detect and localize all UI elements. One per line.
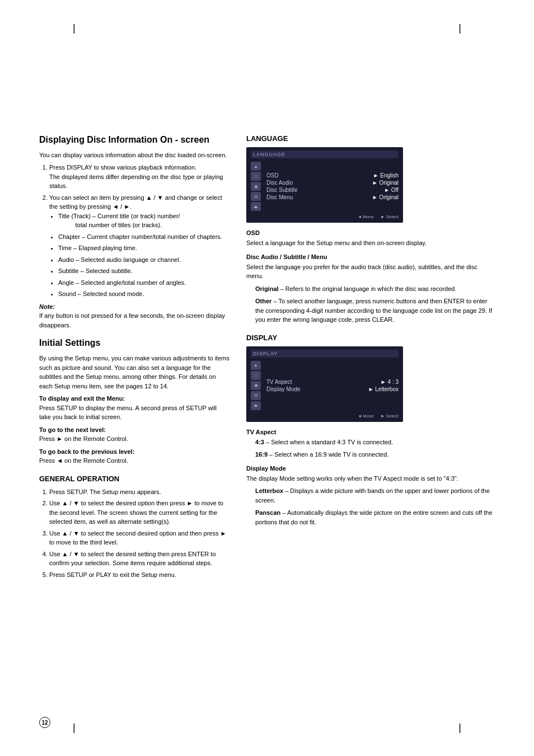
section1-intro: You can display various information abou… <box>39 151 229 160</box>
original-label: Original <box>255 285 279 292</box>
displaymode-block: Letterbox – Displays a wide picture with… <box>255 486 495 527</box>
disc-text: Select the language you prefer for the a… <box>246 262 495 281</box>
general-operation-steps: Press SETUP. The Setup menu appears. Use… <box>49 487 229 580</box>
osd-head: OSD <box>246 229 495 236</box>
section3-title: GENERAL OPERATION <box>39 475 229 483</box>
other-para: Other – To select another language, pres… <box>255 297 495 325</box>
bullet-4: Subtitle – Selected subtitle. <box>58 266 229 276</box>
bullet-6: Sound – Selected sound mode. <box>58 289 229 299</box>
bullet-1: Chapter – Current chapter number/total n… <box>58 232 229 242</box>
tv169-label: 16:9 <box>255 451 268 458</box>
display-menu-footer: ● Move ► Select <box>251 414 399 419</box>
tvaspect-block: 4:3 – Select when a standard 4:3 TV is c… <box>255 438 495 459</box>
display-menu-box: DISPLAY ▲ □ ◉ ⊟ ⏏ TV Aspect <box>246 346 403 422</box>
original-text: – Refers to the original language in whi… <box>280 285 457 292</box>
bullet-list: Title (Track) – Current title (or track)… <box>58 212 229 299</box>
step1-text: Press DISPLAY to show various playback i… <box>49 164 196 171</box>
displaymode-head: Display Mode <box>246 465 495 472</box>
tv169-para: 16:9 – Select when a 16:9 wide TV is con… <box>255 450 495 459</box>
lang-item-disc-menu: Disc Menu ► Original <box>266 194 399 201</box>
letterbox-label: Letterbox <box>255 487 283 494</box>
display-menu-title: DISPLAY <box>251 350 399 358</box>
disp-item-aspect: TV Aspect ► 4 : 3 <box>266 378 399 386</box>
main-content: Displaying Disc Information On - screen … <box>39 134 495 583</box>
language-menu-icons: ▲ □ ◉ ⊟ ⏏ OSD ► English D <box>251 161 399 212</box>
corner-tr: | <box>458 22 461 34</box>
disp-icon-4: ⊟ <box>251 391 261 400</box>
next-head: To go to the next level: Press ► on the … <box>39 425 229 444</box>
display-menu-items: TV Aspect ► 4 : 3 Display Mode ► Letterb… <box>266 378 399 393</box>
lang-icon-3: ◉ <box>251 182 261 191</box>
disp-icon-1: ▲ <box>251 361 261 370</box>
note-label: Note: <box>39 303 55 310</box>
panscan-para: Panscan – Automatically displays the wid… <box>255 508 495 527</box>
lang-icon-1: ▲ <box>251 162 261 171</box>
section2-title: Initial Settings <box>39 337 229 349</box>
display-menu-icons: ▲ □ ◉ ⊟ ⏏ TV Aspect ► 4 : 3 <box>251 360 399 411</box>
original-block: Original – Refers to the original langua… <box>255 284 495 325</box>
tvaspect-head: TV Aspect <box>246 429 495 435</box>
language-menu-footer: ● Move ► Select <box>251 214 399 219</box>
language-title: LANGUAGE <box>246 134 495 143</box>
step1-note: The displayed items differ depending on … <box>49 173 223 190</box>
tv43-text: – Select when a standard 4:3 TV is conne… <box>266 439 393 445</box>
left-column: Displaying Disc Information On - screen … <box>39 134 229 583</box>
page-number: 12 <box>39 717 50 728</box>
section1-step2: You can select an item by pressing ▲ / ▼… <box>49 193 229 299</box>
section1-steps: Press DISPLAY to show various playback i… <box>49 163 229 299</box>
tv43-label: 4:3 <box>255 439 264 445</box>
gen-step-4: Use ▲ / ▼ to select the desired setting … <box>49 550 229 568</box>
osd-text: Select a language for the Setup menu and… <box>246 238 495 248</box>
other-text: – To select another language, press nume… <box>255 298 492 323</box>
corner-bl: | <box>73 722 76 734</box>
corner-tl: | <box>73 22 76 34</box>
back-text: Press ◄ on the Remote Control. <box>39 457 128 464</box>
disp-menu-row1: ▲ □ ◉ ⊟ ⏏ TV Aspect ► 4 : 3 <box>251 360 399 411</box>
letterbox-para: Letterbox – Displays a wide picture with… <box>255 486 495 505</box>
language-menu-items: OSD ► English Disc Audio ► Original Disc… <box>266 172 399 201</box>
tv169-text: – Select when a 16:9 wide TV is connecte… <box>269 451 388 458</box>
gen-step-1: Press SETUP. The Setup menu appears. <box>49 487 229 497</box>
disp-icon-5: ⏏ <box>251 401 261 410</box>
original-para: Original – Refers to the original langua… <box>255 284 495 294</box>
display-text: Press SETUP to display the menu. A secon… <box>39 405 217 421</box>
lang-item-disc-audio: Disc Audio ► Original <box>266 179 399 186</box>
gen-step-2: Use ▲ / ▼ to select the desired option t… <box>49 499 229 527</box>
display-title: DISPLAY <box>246 334 495 342</box>
page: | | | | Displaying Disc Information On -… <box>0 0 534 756</box>
next-text: Press ► on the Remote Control. <box>39 435 128 442</box>
display-head: To display and exit the Menu: Press SETU… <box>39 394 229 422</box>
back-head-label: To go back to the previous level: <box>39 448 134 455</box>
lang-icon-4: ⊟ <box>251 192 261 201</box>
bullet-3: Audio – Selected audio language or chann… <box>58 255 229 265</box>
corner-br: | <box>458 722 461 734</box>
language-menu-title: LANGUAGE <box>251 151 399 158</box>
section1-title: Displaying Disc Information On - screen <box>39 134 229 146</box>
disp-icon-3: ◉ <box>251 381 261 390</box>
note-text: If any button is not pressed for a few s… <box>39 312 225 328</box>
lang-item-disc-subtitle: Disc Subtitle ► Off <box>266 186 399 194</box>
other-label: Other <box>255 298 271 304</box>
disp-item-mode: Display Mode ► Letterbox <box>266 386 399 393</box>
letterbox-text: – Displays a wide picture with bands on … <box>255 487 490 504</box>
panscan-label: Panscan <box>255 509 280 516</box>
back-head: To go back to the previous level: Press … <box>39 447 229 466</box>
note-paragraph: Note: If any button is not pressed for a… <box>39 302 229 330</box>
bullet-5: Angle – Selected angle/total number of a… <box>58 278 229 288</box>
language-menu-box: LANGUAGE ▲ □ ◉ ⊟ ⏏ OSD ► <box>246 147 403 223</box>
lang-item-osd: OSD ► English <box>266 172 399 179</box>
right-column: LANGUAGE LANGUAGE ▲ □ ◉ ⊟ ⏏ <box>246 134 495 583</box>
panscan-text: – Automatically displays the wide pictur… <box>255 509 493 525</box>
display-head-label: To display and exit the Menu: <box>39 395 125 402</box>
disc-head: Disc Audio / Subtitle / Menu <box>246 253 495 260</box>
section2-intro: By using the Setup menu, you can make va… <box>39 354 229 391</box>
disp-icon-2: □ <box>251 371 261 380</box>
step2-text: You can select an item by pressing ▲ / ▼… <box>49 194 222 210</box>
lang-icon-2: □ <box>251 172 261 181</box>
bullet-0: Title (Track) – Current title (or track)… <box>58 212 229 230</box>
lang-icon-5: ⏏ <box>251 202 261 211</box>
gen-step-5: Press SETUP or PLAY to exit the Setup me… <box>49 570 229 580</box>
next-head-label: To go to the next level: <box>39 426 106 433</box>
displaymode-text: The display Mode setting works only when… <box>246 474 495 483</box>
lang-menu-row1: ▲ □ ◉ ⊟ ⏏ OSD ► English D <box>251 161 399 212</box>
